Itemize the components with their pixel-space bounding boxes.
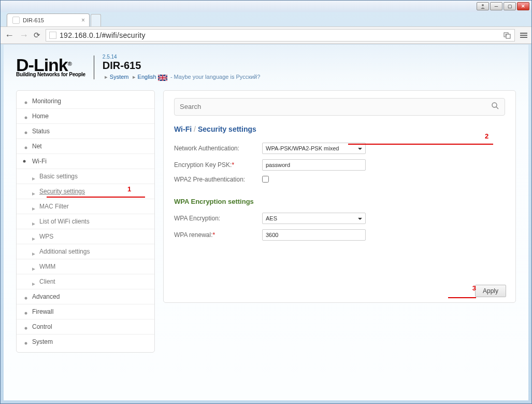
sidebar-sub-macfilter[interactable]: MAC Filter	[17, 199, 154, 214]
sidebar-label: Wi-Fi	[32, 158, 47, 165]
registered-icon: ®	[68, 61, 71, 67]
chevron-right-icon	[24, 144, 28, 148]
bullet-icon	[32, 280, 35, 283]
annotation-underline-1	[47, 197, 145, 198]
browser-window: ─ ▢ ✕ DIR-615 × ← → ⟳ 192.168.0.1/#wifi/…	[0, 0, 532, 404]
label-wpa-encryption: WPA Encryption:	[174, 215, 262, 222]
title-parent: Wi-Fi	[174, 125, 192, 133]
svg-marker-12	[32, 207, 35, 211]
select-value: AES	[266, 215, 277, 221]
close-button[interactable]: ✕	[517, 2, 529, 10]
forward-button[interactable]: →	[19, 30, 28, 41]
svg-marker-17	[32, 283, 35, 286]
bullet-icon	[32, 220, 35, 223]
caret-down-icon	[358, 148, 362, 150]
svg-point-0	[482, 4, 484, 6]
menu-button[interactable]	[520, 33, 527, 38]
bullet-icon	[32, 250, 35, 253]
divider	[94, 55, 94, 79]
svg-point-18	[25, 297, 27, 299]
bullet-icon	[32, 265, 35, 268]
sidebar-sub-wps[interactable]: WPS	[17, 229, 154, 244]
sidebar-item-home[interactable]: Home	[17, 109, 154, 124]
svg-point-19	[25, 312, 27, 314]
sidebar-label: Monitoring	[32, 97, 61, 105]
content-panel: Wi-Fi/Security settings Network Authenti…	[163, 90, 516, 303]
sidebar-sub-client[interactable]: Client	[17, 274, 154, 289]
sidebar-item-wifi[interactable]: Wi-Fi	[17, 154, 154, 169]
address-bar[interactable]: 192.168.0.1/#wifi/security A	[46, 29, 515, 41]
select-value: WPA-PSK/WPA2-PSK mixed	[266, 145, 339, 151]
label-text: WPA renewal:	[174, 231, 212, 239]
sidebar-item-advanced[interactable]: Advanced	[17, 289, 154, 304]
browser-tab[interactable]: DIR-615 ×	[7, 13, 90, 26]
flag-uk-icon	[158, 74, 167, 81]
language-prompt[interactable]: - Maybe your language is Русский?	[170, 74, 261, 80]
svg-marker-15	[32, 253, 35, 256]
reload-button[interactable]: ⟳	[34, 31, 40, 40]
sidebar-sub-wmm[interactable]: WMM	[17, 259, 154, 274]
sidebar-sublabel: Basic settings	[39, 173, 78, 180]
chevron-down-icon	[24, 159, 28, 163]
sidebar-item-status[interactable]: Status	[17, 124, 154, 139]
minimize-button[interactable]: ─	[490, 2, 502, 10]
svg-line-23	[496, 107, 498, 109]
chevron-right-icon	[24, 325, 28, 329]
annotation-underline-3	[448, 297, 476, 298]
new-tab-button[interactable]	[91, 14, 101, 26]
chevron-right-icon	[24, 129, 28, 133]
checkbox-preauth[interactable]	[262, 176, 269, 183]
search-box[interactable]	[174, 98, 505, 116]
page-icon	[49, 32, 56, 39]
sidebar-label: Home	[32, 113, 49, 120]
sidebar-item-system[interactable]: System	[17, 335, 154, 349]
svg-marker-13	[32, 222, 35, 226]
svg-point-5	[25, 101, 27, 104]
tab-close-icon[interactable]: ×	[81, 17, 85, 24]
label-wpa-renewal: WPA renewal:*	[174, 231, 262, 239]
input-encryption-key[interactable]	[262, 159, 366, 171]
sidebar-sub-basic[interactable]: Basic settings	[17, 169, 154, 184]
translate-icon[interactable]: A	[503, 31, 511, 39]
chevron-right-icon	[24, 114, 28, 118]
sidebar-sub-security[interactable]: Security settings 1	[17, 184, 154, 199]
sidebar-item-net[interactable]: Net	[17, 139, 154, 154]
apply-button[interactable]: Apply	[475, 285, 506, 297]
bullet-icon	[32, 190, 35, 193]
maximize-button[interactable]: ▢	[504, 2, 516, 10]
sidebar-sublabel: WMM	[39, 263, 55, 270]
svg-marker-10	[32, 177, 35, 180]
brand-logo: D-Link® Building Networks for People	[16, 57, 85, 77]
url-text: 192.168.0.1/#wifi/security	[60, 31, 500, 39]
page-title: Wi-Fi/Security settings	[174, 125, 505, 133]
sidebar-sub-additional[interactable]: Additional settings	[17, 244, 154, 259]
sidebar-sub-clients[interactable]: List of WiFi clients	[17, 214, 154, 229]
search-input[interactable]	[180, 103, 491, 110]
sidebar-sublabel: Security settings	[39, 188, 85, 195]
svg-point-22	[492, 103, 497, 107]
select-wpa-encryption[interactable]: AES	[262, 213, 366, 224]
bullet-icon	[32, 205, 35, 208]
sidebar: Monitoring Home Status Net Wi-Fi Basic s…	[16, 90, 155, 353]
sidebar-item-control[interactable]: Control	[17, 319, 154, 335]
brand-name: D-Link	[16, 55, 68, 75]
sidebar-item-monitoring[interactable]: Monitoring	[17, 94, 154, 109]
crumb-language[interactable]: English	[138, 74, 156, 80]
device-model: DIR-615	[103, 60, 261, 72]
main-layout: Monitoring Home Status Net Wi-Fi Basic s…	[4, 85, 528, 365]
sidebar-item-firewall[interactable]: Firewall	[17, 304, 154, 319]
chevron-right-icon	[24, 295, 28, 299]
user-button[interactable]	[477, 2, 489, 10]
svg-marker-14	[32, 238, 35, 241]
search-icon[interactable]	[491, 102, 499, 112]
crumb-system[interactable]: System	[110, 74, 129, 80]
sidebar-sublabel: Client	[39, 278, 55, 285]
input-wpa-renewal[interactable]	[262, 229, 366, 241]
field-wpa-encryption: WPA Encryption: AES	[174, 213, 505, 224]
bullet-icon	[32, 235, 35, 238]
svg-point-6	[25, 116, 27, 119]
chevron-right-icon	[24, 310, 28, 314]
page-content: D-Link® Building Networks for People 2.5…	[4, 45, 528, 400]
back-button[interactable]: ←	[5, 30, 14, 41]
annotation-number-2: 2	[485, 132, 488, 140]
